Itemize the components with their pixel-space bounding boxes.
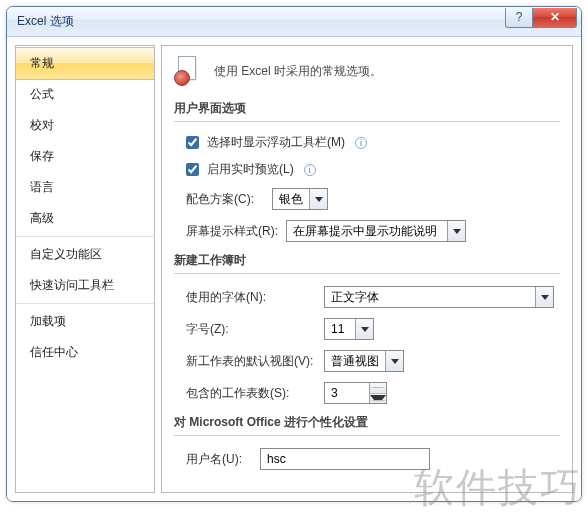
options-dialog: Excel 选项 ? ✕ 常规公式校对保存语言高级自定义功能区快速访问工具栏加载… <box>6 6 582 502</box>
row-minibar: 选择时显示浮动工具栏(M) i <box>186 134 560 151</box>
sheetcount-value: 3 <box>325 383 369 403</box>
sidebar-item[interactable]: 语言 <box>16 172 154 203</box>
sidebar-item[interactable]: 信任中心 <box>16 337 154 368</box>
options-icon <box>174 56 204 86</box>
row-livepreview: 启用实时预览(L) i <box>186 161 560 178</box>
minibar-label: 选择时显示浮动工具栏(M) <box>207 134 345 151</box>
info-icon[interactable]: i <box>355 137 367 149</box>
livepreview-label: 启用实时预览(L) <box>207 161 294 178</box>
defaultview-value: 普通视图 <box>325 351 385 371</box>
sidebar-item[interactable]: 自定义功能区 <box>16 239 154 270</box>
sidebar-separator <box>16 236 154 237</box>
font-label: 使用的字体(N): <box>186 289 316 306</box>
titlebar: Excel 选项 ? ✕ <box>7 7 581 37</box>
sheetcount-label: 包含的工作表数(S): <box>186 385 316 402</box>
livepreview-checkbox[interactable] <box>186 163 199 176</box>
sheetcount-spinner[interactable]: 3 <box>324 382 387 404</box>
sidebar-item[interactable]: 快速访问工具栏 <box>16 270 154 301</box>
info-icon[interactable]: i <box>304 164 316 176</box>
sidebar-item[interactable]: 保存 <box>16 141 154 172</box>
tooltipstyle-label: 屏幕提示样式(R): <box>186 223 278 240</box>
row-username: 用户名(U): <box>186 448 560 470</box>
section-newwb-title: 新建工作簿时 <box>174 252 560 274</box>
sidebar-item[interactable]: 常规 <box>16 47 154 80</box>
dropdown-arrow-icon <box>535 287 553 307</box>
row-fontsize: 字号(Z): 11 <box>186 318 560 340</box>
window-buttons: ? ✕ <box>505 8 577 28</box>
content-header: 使用 Excel 时采用的常规选项。 <box>174 56 560 86</box>
dropdown-arrow-icon <box>385 351 403 371</box>
sidebar-item[interactable]: 高级 <box>16 203 154 234</box>
dropdown-arrow-icon <box>447 221 465 241</box>
sidebar-item[interactable]: 加载项 <box>16 306 154 337</box>
dropdown-arrow-icon <box>309 189 327 209</box>
row-tooltipstyle: 屏幕提示样式(R): 在屏幕提示中显示功能说明 <box>186 220 560 242</box>
close-button[interactable]: ✕ <box>533 8 577 28</box>
sidebar-separator <box>16 303 154 304</box>
dialog-body: 常规公式校对保存语言高级自定义功能区快速访问工具栏加载项信任中心 使用 Exce… <box>7 37 581 501</box>
content-pane: 使用 Excel 时采用的常规选项。 用户界面选项 选择时显示浮动工具栏(M) … <box>161 45 573 493</box>
sidebar-item[interactable]: 公式 <box>16 79 154 110</box>
help-button[interactable]: ? <box>505 8 533 28</box>
category-sidebar: 常规公式校对保存语言高级自定义功能区快速访问工具栏加载项信任中心 <box>15 45 155 493</box>
font-value: 正文字体 <box>325 287 535 307</box>
fontsize-label: 字号(Z): <box>186 321 316 338</box>
tooltipstyle-combo[interactable]: 在屏幕提示中显示功能说明 <box>286 220 466 242</box>
header-text: 使用 Excel 时采用的常规选项。 <box>214 63 382 80</box>
spinner-down-icon[interactable] <box>370 394 386 404</box>
minibar-checkbox[interactable] <box>186 136 199 149</box>
row-colorscheme: 配色方案(C): 银色 <box>186 188 560 210</box>
username-input[interactable] <box>260 448 430 470</box>
defaultview-combo[interactable]: 普通视图 <box>324 350 404 372</box>
fontsize-combo[interactable]: 11 <box>324 318 374 340</box>
username-label: 用户名(U): <box>186 451 252 468</box>
section-ui-title: 用户界面选项 <box>174 100 560 122</box>
colorscheme-combo[interactable]: 银色 <box>272 188 328 210</box>
row-sheetcount: 包含的工作表数(S): 3 <box>186 382 560 404</box>
tooltipstyle-value: 在屏幕提示中显示功能说明 <box>287 221 447 241</box>
dropdown-arrow-icon <box>355 319 373 339</box>
sidebar-item[interactable]: 校对 <box>16 110 154 141</box>
section-personal-title: 对 Microsoft Office 进行个性化设置 <box>174 414 560 436</box>
colorscheme-value: 银色 <box>273 189 309 209</box>
colorscheme-label: 配色方案(C): <box>186 191 264 208</box>
spinner-up-icon[interactable] <box>370 383 386 394</box>
row-defaultview: 新工作表的默认视图(V): 普通视图 <box>186 350 560 372</box>
fontsize-value: 11 <box>325 319 355 339</box>
row-font: 使用的字体(N): 正文字体 <box>186 286 560 308</box>
defaultview-label: 新工作表的默认视图(V): <box>186 353 316 370</box>
window-title: Excel 选项 <box>17 13 505 30</box>
font-combo[interactable]: 正文字体 <box>324 286 554 308</box>
